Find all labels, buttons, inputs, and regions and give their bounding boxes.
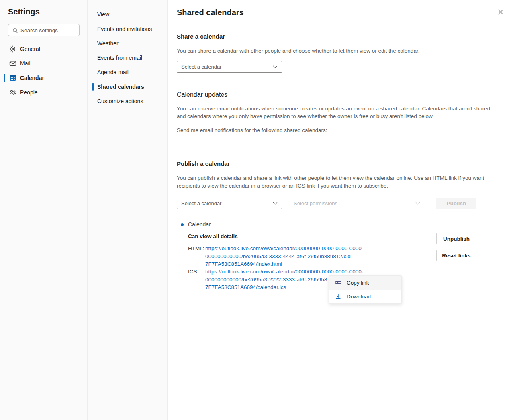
context-menu-item-label: Download bbox=[347, 294, 371, 300]
sidebar-item-label: General bbox=[20, 46, 40, 52]
section-divider bbox=[177, 153, 505, 153]
unpublish-button[interactable]: Unpublish bbox=[436, 233, 476, 244]
ics-label: ICS: bbox=[188, 268, 205, 292]
context-menu-copy-link[interactable]: Copy link bbox=[329, 276, 401, 290]
html-link-line[interactable]: https://outlook.live.com/owa/calendar/00… bbox=[205, 245, 363, 253]
publish-calendar-heading: Publish a calendar bbox=[177, 160, 230, 167]
chevron-down-icon bbox=[415, 202, 420, 205]
copy-link-icon bbox=[335, 279, 342, 286]
publish-calendar-select-value: Select a calendar bbox=[181, 200, 273, 206]
page-title: Shared calendars bbox=[177, 8, 244, 17]
subnav-item-events-from-email[interactable]: Events from email bbox=[88, 51, 168, 65]
subnav-item-events-and-invitations[interactable]: Events and invitations bbox=[88, 22, 168, 36]
ics-link-line[interactable]: https://outlook.live.com/owa/calendar/00… bbox=[205, 268, 363, 276]
search-placeholder: Search settings bbox=[20, 27, 58, 33]
download-icon bbox=[335, 293, 342, 300]
sidebar-item-label: Mail bbox=[20, 60, 31, 67]
published-permission-label: Can view all details bbox=[188, 233, 238, 239]
chevron-down-icon bbox=[273, 202, 278, 205]
chevron-down-icon bbox=[273, 65, 278, 69]
search-input[interactable]: Search settings bbox=[8, 24, 80, 36]
calendar-icon bbox=[9, 74, 17, 82]
panel-header: Shared calendars bbox=[168, 0, 513, 24]
publish-calendar-description: You can publish a calendar and share a l… bbox=[177, 174, 498, 190]
calendar-updates-description: You can receive email notifications when… bbox=[177, 105, 498, 120]
share-calendar-select-value: Select a calendar bbox=[181, 64, 273, 70]
html-link-line[interactable]: 000000000000/be2095a3-3333-4444-af6f-26f… bbox=[205, 253, 363, 261]
calendar-bullet bbox=[181, 223, 184, 226]
publish-permissions-select: Select permissions bbox=[289, 198, 425, 209]
publish-permissions-select-value: Select permissions bbox=[294, 200, 415, 206]
sidebar-item-people[interactable]: People bbox=[0, 85, 88, 100]
sidebar-item-mail[interactable]: Mail bbox=[0, 56, 88, 71]
subnav-item-view[interactable]: View bbox=[88, 7, 168, 22]
share-calendar-select[interactable]: Select a calendar bbox=[177, 61, 282, 73]
sidebar-item-label: People bbox=[20, 89, 38, 96]
publish-button: Publish bbox=[436, 198, 476, 209]
mail-icon bbox=[9, 59, 17, 67]
html-link-line[interactable]: 7F7FA53C851A6694/index.html bbox=[205, 260, 363, 268]
gear-icon bbox=[9, 45, 17, 53]
calendar-settings-subnav: View Events and invitations Weather Even… bbox=[88, 0, 168, 420]
context-menu-download[interactable]: Download bbox=[329, 290, 401, 303]
sidebar-item-label: Calendar bbox=[20, 75, 44, 81]
share-calendar-description: You can share a calendar with other peop… bbox=[177, 47, 498, 55]
html-link-row: HTML: https://outlook.live.com/owa/calen… bbox=[188, 245, 363, 268]
subnav-item-weather[interactable]: Weather bbox=[88, 36, 168, 51]
subnav-item-customize-actions[interactable]: Customize actions bbox=[88, 94, 168, 108]
calendar-updates-heading: Calendar updates bbox=[177, 91, 227, 98]
html-link[interactable]: https://outlook.live.com/owa/calendar/00… bbox=[205, 245, 363, 268]
reset-links-button[interactable]: Reset links bbox=[436, 250, 476, 261]
published-calendar-name: Calendar bbox=[188, 221, 211, 228]
published-calendar-row: Calendar bbox=[181, 221, 211, 228]
shared-calendars-panel: Shared calendars Share a calendar You ca… bbox=[168, 0, 513, 420]
settings-title: Settings bbox=[8, 7, 40, 16]
share-calendar-heading: Share a calendar bbox=[177, 33, 225, 40]
link-context-menu: Copy link Download bbox=[329, 275, 402, 304]
sidebar-item-general[interactable]: General bbox=[0, 42, 88, 56]
people-icon bbox=[9, 88, 17, 96]
sidebar-item-calendar[interactable]: Calendar bbox=[0, 71, 88, 85]
settings-sidebar: Settings Search settings General Mail bbox=[0, 0, 88, 420]
context-menu-item-label: Copy link bbox=[347, 280, 369, 286]
search-icon bbox=[12, 27, 18, 34]
calendar-updates-instruction: Send me email notifications for the foll… bbox=[177, 126, 498, 134]
close-icon[interactable] bbox=[497, 8, 505, 16]
html-label: HTML: bbox=[188, 245, 205, 268]
subnav-item-shared-calendars[interactable]: Shared calendars bbox=[88, 80, 168, 94]
subnav-item-agenda-mail[interactable]: Agenda mail bbox=[88, 65, 168, 80]
sidebar-nav: General Mail Calendar bbox=[0, 42, 88, 100]
publish-calendar-select[interactable]: Select a calendar bbox=[177, 198, 282, 209]
